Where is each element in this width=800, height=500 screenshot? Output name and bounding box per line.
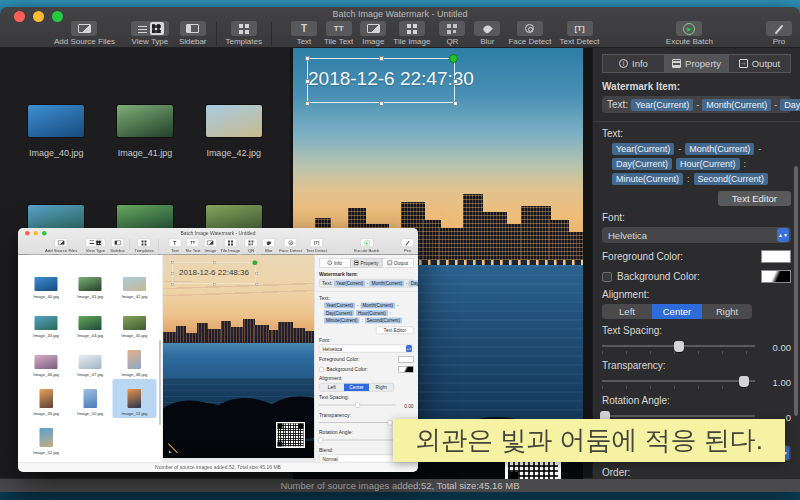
thumbnail-item[interactable]: Image_41.jpg xyxy=(101,62,190,162)
toolbar-item-sidebar[interactable]: Sidebar xyxy=(110,239,125,253)
toolbar-item-text-detect[interactable]: [T]Text Detect xyxy=(560,21,600,46)
thumbnail-image[interactable] xyxy=(39,389,53,408)
toolbar-button-blur[interactable] xyxy=(474,21,500,36)
tab-output[interactable]: Output xyxy=(728,54,791,73)
background-color-checkbox[interactable] xyxy=(319,367,324,372)
thumbnail-image[interactable] xyxy=(123,316,146,330)
thumbnail-image[interactable] xyxy=(35,355,58,369)
thumbnail-item[interactable]: Image_43.jpg xyxy=(24,301,68,340)
toolbar-item-face-detect[interactable]: Face Detect xyxy=(508,21,551,46)
toolbar-button-face-detect[interactable] xyxy=(517,21,543,36)
toolbar-button-face-detect[interactable] xyxy=(284,239,297,248)
alignment-left[interactable]: Left xyxy=(320,384,345,392)
thumbnail-image[interactable] xyxy=(123,277,146,291)
tab-info[interactable]: iInfo xyxy=(602,54,665,73)
watermark-item-dropdown[interactable]: Text:Year(Current)-Month(Current)-Day(Cu… xyxy=(319,279,414,288)
toolbar-button-view-type[interactable] xyxy=(131,21,169,36)
toolbar-item-blur[interactable]: Blur xyxy=(474,21,500,46)
thumbnail-item[interactable]: Image_51.jpg xyxy=(112,379,156,418)
zoom-button[interactable] xyxy=(52,11,63,22)
slider-track-text-spacing[interactable] xyxy=(319,402,396,409)
foreground-color-swatch[interactable] xyxy=(761,250,791,263)
toolbar-item-play[interactable]: ▶Excute Batch xyxy=(666,21,713,46)
dropdown-stepper-icon[interactable]: ▲▼ xyxy=(777,228,789,242)
toolbar-button-tile-image[interactable] xyxy=(224,239,237,248)
toolbar-item-tile-text[interactable]: TTTile Text xyxy=(324,21,353,46)
toolbar-item-pen[interactable]: Pro xyxy=(766,21,792,46)
selection-handle[interactable] xyxy=(255,272,258,275)
token[interactable]: Day(Current) xyxy=(612,158,672,170)
text-editor-button[interactable]: Text Editor xyxy=(718,191,791,206)
selection-handle[interactable] xyxy=(379,56,384,61)
close-button[interactable] xyxy=(25,231,30,236)
toolbar-item-tile-image[interactable]: Tile Image xyxy=(393,21,430,46)
slider-thumb-text-spacing[interactable] xyxy=(355,403,360,409)
toolbar-item-add-image[interactable]: Add Source Files xyxy=(54,21,115,46)
rotate-handle-dot[interactable] xyxy=(449,54,458,63)
thumbnail-image[interactable] xyxy=(117,105,173,137)
background-color-swatch[interactable] xyxy=(399,366,414,373)
tab-property[interactable]: Property xyxy=(665,54,728,73)
token[interactable]: Minute(Current) xyxy=(612,173,683,185)
toolbar-item-play[interactable]: ▶Excute Batch xyxy=(354,239,379,253)
toolbar-item-image[interactable]: Image xyxy=(204,239,217,253)
minimize-button[interactable] xyxy=(34,231,39,236)
selection-handle[interactable] xyxy=(255,283,258,286)
toolbar-button-view-type[interactable] xyxy=(85,239,105,248)
thumbnail-item[interactable]: Image_45.jpg xyxy=(112,301,156,340)
selection-handle[interactable] xyxy=(213,283,216,286)
thumbnail-item[interactable]: Image_41.jpg xyxy=(68,262,112,301)
toolbar-item-face-detect[interactable]: Face Detect xyxy=(279,239,302,253)
toolbar-item-templates[interactable]: Templates xyxy=(226,21,262,46)
alignment-center[interactable]: Center xyxy=(652,304,702,319)
toolbar-button-blur[interactable] xyxy=(262,239,275,248)
thumbnail-image[interactable] xyxy=(83,389,97,408)
toolbar-button-sidebar[interactable] xyxy=(180,21,206,36)
selection-handle[interactable] xyxy=(305,56,310,61)
toolbar-button-templates[interactable] xyxy=(138,239,151,248)
toolbar-button-text-detect[interactable]: [T] xyxy=(310,239,323,248)
toolbar-item-templates[interactable]: Templates xyxy=(135,239,154,253)
toolbar-button-text[interactable]: T xyxy=(291,21,317,36)
toolbar-item-qr[interactable]: QR xyxy=(245,239,258,253)
toolbar-item-sidebar[interactable]: Sidebar xyxy=(179,21,207,46)
thumbnail-image[interactable] xyxy=(79,316,102,330)
toolbar-button-templates[interactable] xyxy=(231,21,257,36)
watermark-selection-box[interactable]: 2018-12-6 22:48:36 xyxy=(172,262,256,284)
dropdown-stepper-icon[interactable]: ▲▼ xyxy=(406,345,412,352)
alignment-right[interactable]: Right xyxy=(369,384,394,392)
foreground-color-swatch[interactable] xyxy=(399,356,414,363)
minimize-button[interactable] xyxy=(33,11,44,22)
toolbar-button-image[interactable] xyxy=(360,21,386,36)
thumbnail-image[interactable] xyxy=(35,277,58,291)
tab-info[interactable]: iInfo xyxy=(319,258,351,268)
toolbar-button-add-image[interactable] xyxy=(71,21,97,36)
thumbnail-item[interactable]: Image_42.jpg xyxy=(112,262,156,301)
toolbar-button-play[interactable]: ▶ xyxy=(676,21,702,36)
alignment-right[interactable]: Right xyxy=(702,304,752,319)
toolbar-button-pen[interactable] xyxy=(766,21,792,36)
slider-track-rotation-angle[interactable] xyxy=(319,437,396,444)
selection-handle[interactable] xyxy=(453,79,458,84)
alignment-center[interactable]: Center xyxy=(344,384,369,392)
background-color-checkbox[interactable] xyxy=(602,272,612,282)
toolbar-item-image[interactable]: Image xyxy=(360,21,386,46)
token[interactable]: Hour(Current) xyxy=(676,158,740,170)
close-button[interactable] xyxy=(14,11,25,22)
thumbnail-image[interactable] xyxy=(79,277,102,291)
selection-handle[interactable] xyxy=(305,101,310,106)
toolbar-button-qr[interactable] xyxy=(245,239,258,248)
toolbar-button-text-detect[interactable]: [T] xyxy=(567,21,593,36)
tab-output[interactable]: Output xyxy=(382,258,414,268)
thumbnail-item[interactable]: Image_46.jpg xyxy=(24,340,68,379)
thumbnail-item[interactable]: Image_42.jpg xyxy=(189,62,278,162)
toolbar-item-view-type[interactable]: View Type xyxy=(85,239,105,253)
slider-thumb-rotation-angle[interactable] xyxy=(318,438,323,444)
selection-handle[interactable] xyxy=(171,261,174,264)
slider-track-text-spacing[interactable] xyxy=(602,340,755,354)
background-color-swatch[interactable] xyxy=(761,270,791,283)
token[interactable]: Second(Current) xyxy=(365,318,402,324)
toolbar-item-view-type[interactable]: View Type xyxy=(131,21,169,46)
toolbar-button-tile-text[interactable]: TT xyxy=(186,239,199,248)
token[interactable]: Year(Current) xyxy=(324,303,355,309)
